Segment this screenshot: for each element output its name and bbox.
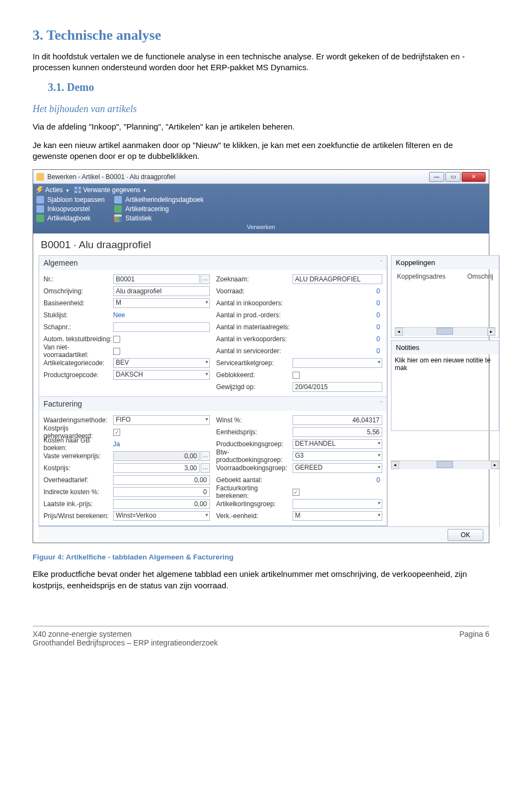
template-icon (36, 196, 44, 204)
verwante-menu[interactable]: Verwante gegevens (74, 186, 146, 194)
kostg-checkbox[interactable]: ✓ (113, 429, 120, 436)
label-inkoop: Aantal in inkooporders: (216, 299, 293, 307)
journal-icon (36, 214, 44, 222)
label-verk: Aantal in verkooporders: (216, 335, 293, 343)
page-number: Pagina 6 (459, 630, 489, 647)
koppelingen-header[interactable]: Koppelingen (391, 256, 499, 269)
ok-button[interactable]: OK (448, 529, 483, 541)
label-verke: Verk.-eenheid: (216, 512, 293, 520)
voorb-dropdown[interactable]: GEREED (293, 463, 383, 473)
figure-caption: Figuur 4: Artikelfiche - tabbladen Algem… (33, 553, 489, 561)
serv-value[interactable]: 0 (293, 347, 383, 355)
mat-value[interactable]: 0 (293, 323, 383, 331)
label-zoeknaam: Zoeknaam: (216, 275, 293, 283)
ribbon-tracering[interactable]: Artikeltracering (114, 205, 203, 213)
label-prod: Aantal in prod.-orders: (216, 311, 293, 319)
notities-hint[interactable]: Klik hier om een nieuwe notitie te mak (395, 356, 495, 372)
label-gebl: Geblokkeerd: (216, 371, 293, 379)
ribbon-herindeling[interactable]: Artikelherindelingsdagboek (114, 196, 203, 204)
right-hscrollbar[interactable]: ◂▸ (391, 460, 499, 469)
verke-dropdown[interactable]: M (293, 511, 383, 521)
koppelingen-hscrollbar[interactable]: ◂▸ (395, 327, 495, 335)
gewij-field[interactable] (293, 382, 383, 392)
para-2: Via de afdeling "Inkoop", "Planning", "A… (33, 121, 489, 132)
section-algemeen-header[interactable]: Algemeenˆ (39, 256, 387, 270)
prijswinst-dropdown[interactable]: Winst=Verkoo (113, 511, 210, 521)
artcat-dropdown[interactable]: BEV (113, 358, 210, 368)
label-mat: Aantal in materiaalregels: (216, 323, 293, 331)
stuklijst-link[interactable]: Nee (113, 311, 210, 319)
heading-1: 3. Technische analyse (33, 27, 489, 44)
grid-icon (36, 205, 44, 213)
kostprijs-lookup-button[interactable]: … (201, 463, 209, 473)
vanniet-checkbox[interactable] (113, 348, 120, 355)
kostgb-link[interactable]: Ja (113, 440, 210, 448)
minimize-button[interactable]: — (429, 172, 444, 182)
trace-icon (114, 205, 122, 213)
para-3: Je kan een nieuw artikel aanmaken door o… (33, 140, 489, 162)
geboekt-value[interactable]: 0 (293, 476, 383, 484)
omschrijving-field[interactable] (113, 286, 210, 296)
label-gewij: Gewijzigd op: (216, 383, 293, 391)
close-button[interactable]: ✕ (462, 172, 486, 182)
label-overhead: Overheadtarief: (44, 476, 113, 484)
label-artcat: Artikelcategoriecode: (44, 359, 113, 367)
label-kostprijs: Kostprijs: (44, 464, 113, 472)
acties-menu[interactable]: Acties (36, 186, 69, 194)
kop-col-adres: Koppelingsadres (397, 273, 445, 280)
heading-2: 3.1. Demo (48, 81, 489, 94)
label-kostgb: Kosten naar GB boeken: (44, 436, 113, 452)
artk-dropdown[interactable] (293, 499, 383, 509)
vaste-lookup-button[interactable]: … (201, 451, 209, 461)
ribbon-sjabloon[interactable]: Sjabloon toepassen (36, 196, 104, 204)
label-eenh: Eenheidsprijs: (216, 428, 293, 436)
label-indirect: Indirecte kosten %: (44, 488, 113, 496)
notities-header[interactable]: Notities (391, 341, 499, 354)
vaste-field[interactable] (113, 451, 200, 461)
ribbon: Acties Verwante gegevens Sjabloon toepas… (33, 184, 489, 233)
ribbon-statistiek[interactable]: Statistiek (114, 214, 203, 222)
gebl-checkbox[interactable] (293, 372, 300, 379)
schapnr-field[interactable] (113, 322, 210, 332)
footer-line1: X40 zonne-energie systemen (33, 630, 218, 638)
para-4: Elke productfiche bevat onder het algeme… (33, 569, 489, 591)
servgrp-dropdown[interactable] (293, 358, 383, 368)
basiseenheid-dropdown[interactable]: M (113, 298, 210, 308)
eenh-field[interactable] (293, 427, 383, 437)
maximize-button[interactable]: ▭ (445, 172, 461, 182)
btw-dropdown[interactable]: G3 (293, 451, 383, 461)
section-facturering-header[interactable]: Factureringˆ (39, 397, 387, 411)
grid-icon (74, 187, 81, 193)
ribbon-artikeldagboek[interactable]: Artikeldagboek (36, 214, 104, 222)
kop-col-omschrij: Omschrij (467, 273, 493, 280)
verk-value[interactable]: 0 (293, 335, 383, 343)
ribbon-inkoopvoorstel[interactable]: Inkoopvoorstel (36, 205, 104, 213)
label-stuklijst: Stuklijst: (44, 311, 113, 319)
zoeknaam-field[interactable] (293, 274, 383, 284)
indirect-field[interactable] (113, 487, 210, 497)
waard-dropdown[interactable]: FIFO (113, 415, 210, 425)
label-artk: Artikelkortingsgroep: (216, 500, 293, 508)
prod-value[interactable]: 0 (293, 311, 383, 319)
app-icon (36, 173, 44, 181)
inkoop-value[interactable]: 0 (293, 299, 383, 307)
prodgrp-dropdown[interactable]: DAKSCH (113, 370, 210, 380)
nr-lookup-button[interactable]: … (201, 274, 209, 284)
overhead-field[interactable] (113, 475, 210, 485)
label-btw: Btw-productboekingsgroep: (216, 448, 293, 464)
label-prijswinst: Prijs/Winst berekenen: (44, 512, 113, 520)
kostprijs-field[interactable] (113, 463, 200, 473)
chart-icon (114, 214, 122, 222)
nr-field[interactable] (113, 274, 200, 284)
page-footer: X40 zonne-energie systemen Groothandel B… (0, 630, 522, 658)
label-nr: Nr.: (44, 275, 113, 283)
autom-checkbox[interactable] (113, 336, 120, 343)
winst-field[interactable] (293, 415, 383, 425)
chevron-up-icon: ˆ (381, 401, 382, 407)
laatste-field[interactable] (113, 499, 210, 509)
voorraad-value[interactable]: 0 (293, 287, 383, 295)
right-vscrollbar[interactable] (499, 255, 500, 526)
prodb-dropdown[interactable]: DET.HANDEL (293, 439, 383, 449)
factk-checkbox[interactable]: ✓ (293, 489, 300, 496)
label-prodgrp: Productgroepcode: (44, 371, 113, 379)
